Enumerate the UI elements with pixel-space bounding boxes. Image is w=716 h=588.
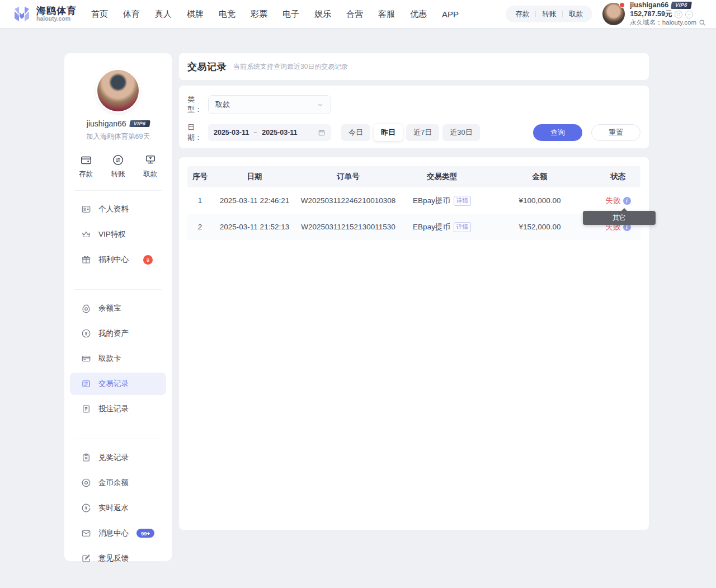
sidebar-item-withdrawal-card[interactable]: 取款卡 [70, 347, 166, 370]
refresh-icon[interactable] [675, 11, 682, 18]
brand-title: 海鸥体育 [36, 6, 77, 16]
table-row: 2 2025-03-11 21:52:13 W20250311215213001… [187, 214, 640, 240]
withdraw-button[interactable]: 取款 [563, 10, 589, 19]
sidebar-withdraw-button[interactable]: 取款 [143, 154, 157, 179]
filter-panel: 类型： 取款 日期： 2025-03-11 ~ 2025-03-11 今日 昨日… [179, 86, 649, 148]
envelope-icon [81, 528, 91, 538]
nav-item-slots[interactable]: 电子 [282, 9, 299, 20]
date-separator: ~ [253, 129, 257, 137]
row-order-number: W202503112152130011530 [296, 223, 400, 231]
range-7days-button[interactable]: 近7日 [406, 124, 439, 141]
sidebar-item-prize-records[interactable]: 兑奖记录 [70, 446, 166, 469]
range-30days-button[interactable]: 近30日 [442, 124, 479, 141]
avatar[interactable] [602, 3, 625, 25]
profile-username: jiushigan66 [87, 119, 126, 128]
chevron-down-icon[interactable] [685, 11, 693, 18]
type-select[interactable]: 取款 [208, 95, 331, 114]
page-header: 交易记录 当前系统支持查询最近30日的交易记录 [179, 53, 649, 80]
col-status: 状态 [596, 172, 640, 182]
gold-coin-icon [81, 478, 91, 488]
clipboard-icon [81, 453, 91, 463]
nav-item-partnership[interactable]: 合营 [346, 9, 363, 20]
sidebar-item-transaction-records[interactable]: 交易记录 [70, 373, 166, 395]
sidebar-item-feedback[interactable]: 意见反馈 [70, 547, 166, 570]
sidebar-item-message-center[interactable]: 消息中心 99+ [70, 522, 166, 544]
date-from: 2025-03-11 [214, 129, 249, 137]
brand-logo-icon [12, 4, 31, 23]
info-icon[interactable]: i [623, 197, 631, 205]
atm-icon [144, 154, 157, 166]
nav-item-esports[interactable]: 电竞 [219, 9, 235, 20]
row-status: 失败 i [596, 196, 640, 206]
transfer-icon [112, 154, 124, 166]
sidebar-transfer-button[interactable]: 转账 [111, 154, 125, 179]
status-tooltip: 其它 [583, 211, 656, 225]
profile-joined-days: 加入海鸥体育第69天 [64, 132, 172, 142]
vip-badge: VIP6 [671, 2, 691, 9]
nav-item-sports[interactable]: 体育 [123, 9, 140, 20]
username: jiushigan66 [630, 1, 668, 10]
yuan-circle-icon [81, 503, 91, 513]
sidebar-item-welfare-center[interactable]: 福利中心 9 [70, 248, 166, 271]
gift-icon [81, 255, 91, 265]
sidebar: jiushigan66 VIP6 加入海鸥体育第69天 存款 转账 取款 个人资… [64, 53, 172, 561]
assets-icon [81, 328, 91, 338]
query-button[interactable]: 查询 [533, 124, 582, 141]
betting-records-icon [81, 404, 91, 414]
brand-logo[interactable]: 海鸥体育 haiouty.com [12, 4, 77, 23]
col-amount: 金额 [484, 172, 596, 182]
type-filter-label: 类型： [187, 95, 208, 115]
range-today-button[interactable]: 今日 [341, 124, 370, 141]
row-date: 2025-03-11 22:46:21 [213, 196, 296, 205]
message-badge: 99+ [136, 529, 154, 538]
crown-icon [81, 229, 91, 239]
welfare-badge: 9 [143, 255, 153, 265]
date-range-picker[interactable]: 2025-03-11 ~ 2025-03-11 [208, 124, 331, 141]
wallet-icon [80, 154, 92, 166]
sidebar-item-my-assets[interactable]: 我的资产 [70, 322, 166, 345]
transfer-button[interactable]: 转账 [536, 10, 562, 19]
topnav-right: 存款 转账 取款 jiushigan66 VIP6 152,787.59元 [506, 1, 706, 27]
sidebar-quick-actions: 存款 转账 取款 [64, 154, 172, 179]
deposit-button[interactable]: 存款 [509, 10, 535, 19]
id-card-icon [81, 204, 91, 214]
nav-item-home[interactable]: 首页 [91, 9, 108, 20]
sidebar-item-vip-privileges[interactable]: VIP特权 [70, 223, 166, 246]
reset-button[interactable]: 重置 [591, 124, 640, 141]
date-filter-label: 日期： [187, 123, 208, 143]
sidebar-item-gold-balance[interactable]: 金币余额 [70, 472, 166, 494]
profile-avatar[interactable] [97, 70, 139, 111]
search-icon[interactable] [699, 19, 706, 26]
nav-item-support[interactable]: 客服 [378, 9, 395, 20]
status-failed-label: 失败 [606, 196, 621, 206]
nav-item-promotions[interactable]: 优惠 [410, 9, 427, 20]
details-tag[interactable]: 详情 [454, 222, 471, 232]
row-amount: ¥100,000.00 [484, 196, 596, 205]
sidebar-item-yuebao[interactable]: 余额宝 [70, 297, 166, 319]
sidebar-deposit-button[interactable]: 存款 [79, 154, 93, 179]
quick-date-ranges: 今日 昨日 近7日 近30日 [341, 124, 480, 141]
top-navbar: 海鸥体育 haiouty.com 首页 体育 真人 棋牌 电竞 彩票 电子 娱乐… [0, 0, 716, 28]
feedback-icon [81, 553, 91, 563]
range-yesterday-button[interactable]: 昨日 [374, 124, 403, 141]
records-table-card: 序号 日期 订单号 交易类型 金额 状态 1 2025-03-11 22:46:… [179, 157, 649, 530]
sidebar-item-realtime-rebate[interactable]: 实时返水 [70, 497, 166, 519]
brand-domain: haiouty.com [36, 16, 77, 22]
nav-item-lottery[interactable]: 彩票 [251, 9, 267, 20]
main-nav: 首页 体育 真人 棋牌 电竞 彩票 电子 娱乐 合营 客服 优惠 APP [91, 9, 459, 20]
nav-item-app[interactable]: APP [442, 10, 459, 19]
nav-item-board-games[interactable]: 棋牌 [187, 9, 204, 20]
permanent-domain: 永久域名：haiouty.com [630, 18, 706, 26]
coin-pocket-icon [81, 303, 91, 313]
nav-item-entertainment[interactable]: 娱乐 [314, 9, 331, 20]
profile-vip-badge: VIP6 [129, 120, 150, 127]
notification-dot [619, 2, 625, 8]
sidebar-item-betting-records[interactable]: 投注记录 [70, 398, 166, 420]
sidebar-group-misc: 兑奖记录 金币余额 实时返水 消息中心 99+ 意见反馈 [64, 439, 172, 577]
nav-item-live[interactable]: 真人 [155, 9, 172, 20]
details-tag[interactable]: 详情 [454, 196, 471, 206]
date-to: 2025-03-11 [262, 129, 297, 137]
sidebar-item-personal-info[interactable]: 个人资料 [70, 198, 166, 220]
chevron-down-icon [317, 101, 324, 109]
sidebar-group-account: 个人资料 VIP特权 福利中心 9 [64, 191, 172, 278]
